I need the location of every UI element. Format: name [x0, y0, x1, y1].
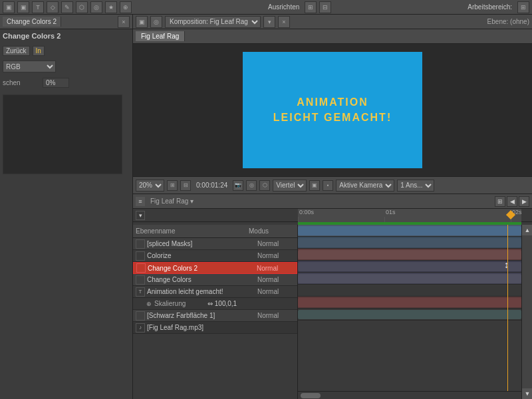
track-bar-spliced	[298, 226, 521, 235]
comp-close[interactable]: ×	[278, 16, 290, 28]
layer-row-schwarz[interactable]: [Schwarz Farbfläche 1] Normal	[133, 310, 297, 322]
layer-row-colorize[interactable]: Colorize Normal	[133, 250, 297, 262]
in-button[interactable]: In	[33, 46, 45, 56]
align-icon-1[interactable]: ⊞	[305, 1, 317, 13]
layer-eye-cc[interactable]	[136, 275, 145, 285]
toolbar-icon-1[interactable]: ▣	[3, 1, 15, 13]
left-panel-header: Change Colors 2 ×	[0, 15, 132, 29]
comp-dropdown-arrow[interactable]: ▾	[263, 16, 275, 28]
toolbar-icon-7[interactable]: ◎	[90, 1, 102, 13]
preview-text-line2: LEICHT GEMACHT!	[273, 110, 392, 125]
track-schwarz	[298, 297, 521, 309]
track-mp3	[298, 309, 521, 321]
scroll-track	[522, 235, 532, 388]
timeline-ctrl-3[interactable]: ▶	[519, 196, 529, 207]
color-swatch-area	[3, 94, 122, 174]
skalierung-icon: ⊕	[146, 301, 152, 307]
track-anim	[298, 273, 521, 285]
scrollbar-thumb[interactable]	[301, 393, 321, 398]
layer-eye-anim[interactable]: T	[136, 287, 145, 297]
mask-icon[interactable]: ◎	[246, 180, 257, 191]
preview-text-line1: ANIMATION	[297, 95, 368, 110]
toolbar-icon-8[interactable]: ★	[105, 1, 117, 13]
layer-name-spliced: [spliced Masks]	[147, 240, 257, 247]
track-colorize	[298, 237, 521, 249]
grid-icon[interactable]: ⊟	[180, 180, 191, 191]
layer-name-schwarz: [Schwarz Farbfläche 1]	[147, 312, 257, 319]
layer-row-change-colors-2[interactable]: Change Colors 2 Normal	[133, 262, 297, 274]
workspace-icon[interactable]: ⊞	[517, 1, 529, 13]
layer-mode-cc2: Normal	[257, 265, 297, 272]
layer-row-spliced[interactable]: [spliced Masks] Normal	[133, 238, 297, 250]
layer-eye-cc2[interactable]	[136, 263, 146, 273]
percent-label: schen	[3, 79, 43, 86]
percent-value: 0%	[43, 78, 69, 88]
align-icon-2[interactable]: ⊟	[319, 1, 331, 13]
toolbar-icon-9[interactable]: ⊕	[120, 1, 132, 13]
ruler-bg	[298, 209, 521, 222]
comp-dropdown[interactable]: Komposition: Fig Leaf Rag	[165, 16, 261, 28]
timeline-panel: ≡ Fig Leaf Rag ▾ ⊞ ◀ ▶ ▾ 0:00s	[133, 194, 532, 399]
timeline-menu-icon[interactable]: ≡	[136, 197, 145, 206]
toolbar-icon-6[interactable]: ⬡	[76, 1, 88, 13]
layer-row-change-colors[interactable]: Change Colors Normal	[133, 274, 297, 286]
fig-leaf-tab[interactable]: Fig Leaf Rag	[136, 31, 185, 41]
layer-mode-cc: Normal	[257, 276, 297, 283]
toolbar-icon-2[interactable]: ▣	[17, 1, 29, 13]
comp-icon-1: ▣	[136, 16, 148, 28]
camera-snap-icon[interactable]: 📷	[233, 180, 243, 191]
track-cc	[298, 261, 521, 273]
layer-name-cc: Change Colors	[147, 276, 257, 283]
toolbar-icon-5[interactable]: ✎	[61, 1, 73, 13]
track-spliced	[298, 225, 521, 237]
quality-select[interactable]: Viertel	[273, 180, 307, 192]
skalierung-value: ⇔ 100,0,1	[207, 300, 237, 307]
layer-eye-spliced[interactable]	[136, 239, 145, 249]
layer-row-animation[interactable]: T Animation leicht gemacht! Normal	[133, 286, 297, 298]
layer-label: Ebene: (ohne)	[487, 18, 529, 25]
left-panel-close[interactable]: ×	[118, 16, 130, 28]
timeline-scrollbar[interactable]	[298, 391, 521, 399]
panel-title: Change Colors 2	[3, 32, 130, 40]
comp-footer: 20% ⊞ ⊟ 0:00:01:24 📷 ◎ ⬡ Viertel ▣ ▪ Akt…	[133, 176, 532, 194]
left-panel-tab[interactable]: Change Colors 2	[3, 17, 61, 27]
back-button[interactable]: Zurück	[3, 46, 30, 56]
expand-icon[interactable]: ▾	[136, 211, 145, 220]
ausrichten-label: Ausrichten	[265, 3, 302, 11]
toolbar-icon-4[interactable]: ◇	[47, 1, 59, 13]
quality-icon[interactable]: ▣	[309, 180, 320, 191]
timeline-ctrl-1[interactable]: ⊞	[495, 196, 505, 207]
layer-mode-schwarz: Normal	[257, 312, 297, 319]
comp-canvas: ANIMATION LEICHT GEMACHT!	[133, 44, 532, 176]
layer-row-mp3[interactable]: ♪ [Fig Leaf Rag.mp3]	[133, 322, 297, 334]
layer-mode-colorize: Normal	[257, 252, 297, 259]
back-row: Zurück In	[3, 44, 130, 57]
ruler-line-01	[384, 217, 385, 222]
timeline-name: Fig Leaf Rag ▾	[148, 198, 196, 205]
toolbar-icon-3[interactable]: T	[32, 1, 44, 13]
timeline-right-scrollbar: ▲ ▼	[521, 225, 532, 399]
layer-name-cc2: Change Colors 2	[148, 265, 257, 272]
layer-eye-schwarz[interactable]	[136, 311, 145, 321]
percent-row: schen 0%	[3, 76, 130, 89]
layer-list: Ebenenname Modus [spliced Masks] Normal …	[133, 225, 298, 399]
timeline-left-controls: ▾	[133, 211, 298, 220]
channel-select[interactable]: RGB	[3, 61, 56, 72]
timeline-ctrl-2[interactable]: ◀	[507, 196, 517, 207]
zoom-select[interactable]: 20%	[136, 180, 164, 192]
scroll-down-btn[interactable]: ▼	[522, 388, 532, 399]
timeline-controls-row: ▾ 0:00s 01s 02s 03s	[133, 209, 532, 222]
layer-name-mp3: [Fig Leaf Rag.mp3]	[147, 324, 257, 331]
camera-select[interactable]: Aktive Kamera	[336, 180, 394, 192]
color-icon[interactable]: ⬡	[259, 180, 270, 191]
layer-mode-anim: Normal	[257, 288, 297, 295]
scroll-up-btn[interactable]: ▲	[522, 225, 532, 235]
layer-eye-mp3[interactable]: ♪	[136, 323, 145, 332]
channel-row: RGB	[3, 60, 130, 73]
layer-list-header: Ebenenname Modus	[133, 225, 297, 238]
view-icon-1[interactable]: ▪	[323, 180, 333, 191]
view-select[interactable]: 1 Ans...	[397, 180, 434, 192]
col-name-header: Ebenenname	[136, 227, 249, 235]
fit-icon[interactable]: ⊞	[167, 180, 178, 191]
layer-eye-colorize[interactable]	[136, 251, 145, 261]
